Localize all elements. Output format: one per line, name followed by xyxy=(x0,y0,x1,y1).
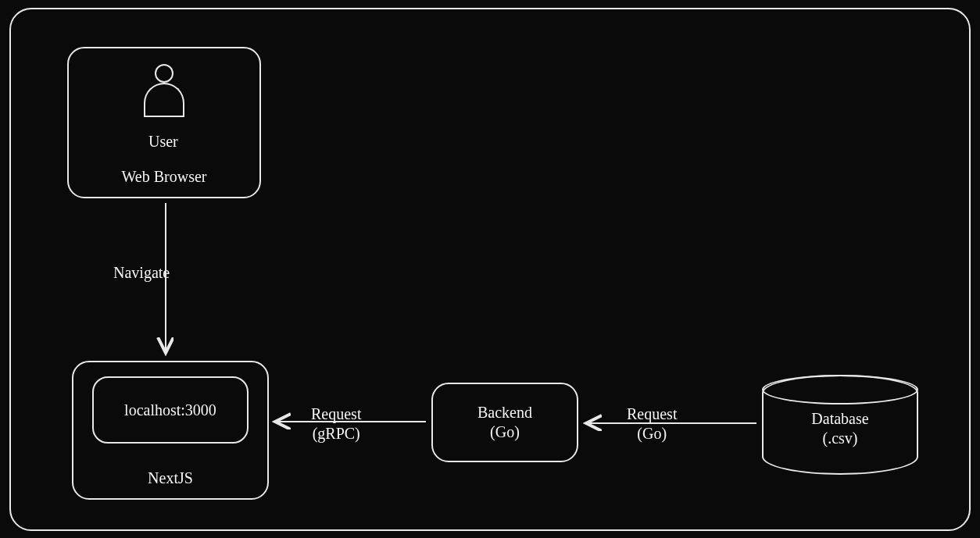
edge-navigate-label: Navigate xyxy=(113,264,170,282)
node-database: Database (.csv) xyxy=(762,375,918,475)
edge-grpc-line2: (gRPC) xyxy=(311,424,361,444)
localhost-label: localhost:3000 xyxy=(124,401,216,419)
backend-title: Backend xyxy=(477,403,532,422)
backend-subtitle: (Go) xyxy=(477,422,532,442)
node-backend: Backend (Go) xyxy=(431,383,578,462)
edge-grpc-line1: Request xyxy=(311,404,361,424)
edge-request-go-label: Request (Go) xyxy=(627,404,677,444)
user-icon xyxy=(141,64,188,119)
edge-go-line1: Request xyxy=(627,404,677,424)
edge-request-grpc-label: Request (gRPC) xyxy=(311,404,361,444)
user-label: User xyxy=(148,133,178,151)
database-subtitle: (.csv) xyxy=(811,429,868,448)
web-browser-title: Web Browser xyxy=(122,168,207,186)
database-title: Database xyxy=(811,409,868,429)
nextjs-title: NextJS xyxy=(148,469,193,487)
node-localhost: localhost:3000 xyxy=(92,376,249,444)
edge-go-line2: (Go) xyxy=(627,424,677,444)
